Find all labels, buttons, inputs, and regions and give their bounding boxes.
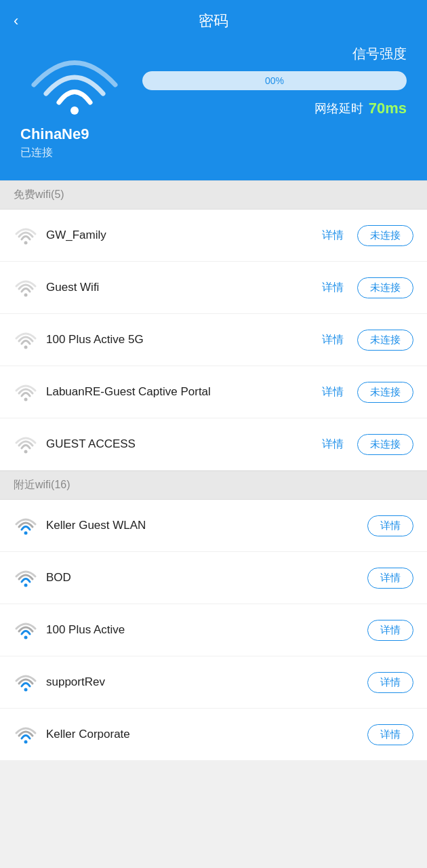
svg-point-2 bbox=[24, 294, 28, 297]
latency-value: 70ms bbox=[369, 100, 407, 117]
wifi-detail-button[interactable]: 详情 bbox=[367, 672, 413, 693]
wifi-connect-button[interactable]: 未连接 bbox=[357, 330, 413, 351]
wifi-icon bbox=[14, 721, 46, 748]
free-wifi-item: Guest Wifi 详情 未连接 bbox=[0, 262, 427, 314]
free-wifi-list: GW_Family 详情 未连接 Guest Wifi 详情 未连接 100 P… bbox=[0, 210, 427, 471]
connected-wifi-icon bbox=[20, 47, 129, 115]
svg-point-0 bbox=[70, 106, 79, 115]
wifi-connect-button[interactable]: 未连接 bbox=[357, 277, 413, 298]
network-name: ChinaNe9 bbox=[0, 125, 427, 143]
wifi-item-name: supportRev bbox=[46, 675, 367, 689]
wifi-connect-button[interactable]: 未连接 bbox=[357, 225, 413, 246]
wifi-item-name: 100 Plus Active 5G bbox=[46, 333, 322, 347]
svg-point-9 bbox=[24, 688, 28, 692]
wifi-item-name: Keller Corporate bbox=[46, 728, 367, 741]
connected-status: 已连接 bbox=[0, 146, 427, 160]
nearby-wifi-section-header: 附近wifi(16) bbox=[0, 471, 427, 500]
wifi-detail-link[interactable]: 详情 bbox=[322, 281, 344, 295]
wifi-icon bbox=[14, 378, 46, 406]
nearby-wifi-item: supportRev 详情 bbox=[0, 656, 427, 709]
wifi-detail-link[interactable]: 详情 bbox=[322, 385, 344, 399]
wifi-item-name: Guest Wifi bbox=[46, 281, 322, 294]
wifi-detail-link[interactable]: 详情 bbox=[322, 229, 344, 243]
page-title: 密码 bbox=[35, 11, 392, 31]
wifi-detail-link[interactable]: 详情 bbox=[322, 437, 344, 452]
wifi-icon bbox=[14, 326, 46, 353]
nearby-wifi-item: Keller Corporate 详情 bbox=[0, 709, 427, 761]
signal-info: 信号强度 00% 网络延时 70ms bbox=[142, 45, 407, 117]
wifi-detail-link[interactable]: 详情 bbox=[322, 333, 344, 347]
nearby-wifi-item: 100 Plus Active 详情 bbox=[0, 604, 427, 656]
wifi-connect-button[interactable]: 未连接 bbox=[357, 434, 413, 455]
wifi-item-name: GW_Family bbox=[46, 229, 322, 242]
latency-row: 网络延时 70ms bbox=[142, 100, 407, 117]
free-wifi-item: 100 Plus Active 5G 详情 未连接 bbox=[0, 314, 427, 366]
wifi-icon bbox=[14, 564, 46, 591]
wifi-icon bbox=[14, 616, 46, 644]
free-wifi-item: LabuanRE-Guest Captive Portal 详情 未连接 bbox=[0, 366, 427, 418]
wifi-icon bbox=[14, 431, 46, 458]
svg-point-3 bbox=[24, 346, 28, 349]
wifi-item-name: LabuanRE-Guest Captive Portal bbox=[46, 385, 322, 399]
latency-label: 网络延时 bbox=[314, 100, 363, 117]
svg-point-7 bbox=[24, 584, 28, 587]
wifi-icon bbox=[14, 274, 46, 301]
signal-label: 信号强度 bbox=[142, 45, 407, 63]
wifi-item-name: 100 Plus Active bbox=[46, 623, 367, 637]
header: ‹ 密码 信号强度 00% bbox=[0, 0, 427, 180]
wifi-detail-button[interactable]: 详情 bbox=[367, 724, 413, 745]
wifi-detail-button[interactable]: 详情 bbox=[367, 620, 413, 641]
wifi-detail-button[interactable]: 详情 bbox=[367, 515, 413, 536]
free-wifi-item: GW_Family 详情 未连接 bbox=[0, 210, 427, 262]
wifi-item-name: GUEST ACCESS bbox=[46, 437, 322, 451]
wifi-item-name: BOD bbox=[46, 571, 367, 585]
wifi-detail-button[interactable]: 详情 bbox=[367, 568, 413, 589]
nearby-wifi-list: Keller Guest WLAN 详情 BOD 详情 100 Plus Act… bbox=[0, 500, 427, 761]
wifi-item-name: Keller Guest WLAN bbox=[46, 519, 367, 532]
svg-point-5 bbox=[24, 450, 28, 454]
connected-section: 信号强度 00% 网络延时 70ms bbox=[0, 38, 427, 117]
wifi-icon bbox=[14, 222, 46, 249]
svg-point-1 bbox=[24, 241, 28, 245]
progress-bar-container: 00% bbox=[142, 71, 407, 90]
nearby-wifi-item: Keller Guest WLAN 详情 bbox=[0, 500, 427, 552]
nearby-wifi-item: BOD 详情 bbox=[0, 552, 427, 604]
svg-point-8 bbox=[24, 636, 28, 639]
free-wifi-section-header: 免费wifi(5) bbox=[0, 180, 427, 210]
svg-point-10 bbox=[24, 741, 28, 744]
wifi-icon bbox=[14, 669, 46, 696]
progress-bar-fill: 00% bbox=[142, 71, 407, 90]
wifi-connect-button[interactable]: 未连接 bbox=[357, 382, 413, 403]
back-button[interactable]: ‹ bbox=[14, 12, 35, 30]
wifi-icon bbox=[14, 512, 46, 539]
free-wifi-item: GUEST ACCESS 详情 未连接 bbox=[0, 418, 427, 471]
svg-point-4 bbox=[24, 398, 28, 401]
svg-point-6 bbox=[24, 532, 28, 535]
top-bar: ‹ 密码 bbox=[0, 0, 427, 38]
